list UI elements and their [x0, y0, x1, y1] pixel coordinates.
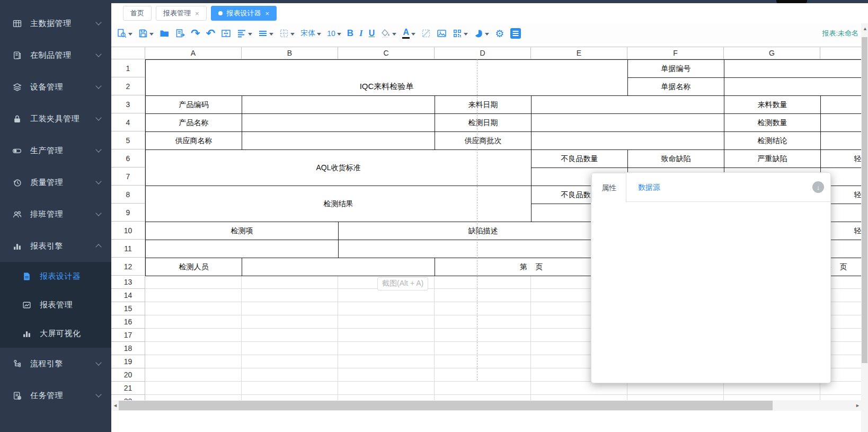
- align-button[interactable]: [236, 25, 253, 41]
- cell-bg[interactable]: [338, 355, 435, 368]
- cell-bg[interactable]: [338, 302, 435, 315]
- sidebar-item-production[interactable]: 生产管理: [0, 135, 111, 166]
- cell-bg[interactable]: [242, 368, 338, 382]
- sidebar-item-tooling[interactable]: 工装夹具管理: [0, 103, 111, 135]
- row-header-13[interactable]: 13: [111, 276, 145, 289]
- cell-E5[interactable]: [531, 131, 724, 150]
- vertical-scrollbar[interactable]: ▲: [861, 23, 868, 432]
- col-header-E[interactable]: E: [531, 47, 627, 59]
- row-header-19[interactable]: 19: [111, 355, 145, 368]
- merge-cells-button[interactable]: [220, 25, 232, 41]
- cell-D3[interactable]: 来料日期: [435, 95, 532, 114]
- panel-toggle-button[interactable]: [509, 25, 522, 41]
- page-tab-0[interactable]: 首页: [123, 6, 152, 21]
- undo-button[interactable]: ↶: [206, 25, 216, 41]
- cell-bg[interactable]: [242, 342, 338, 355]
- sidebar-item-equipment[interactable]: 设备管理: [0, 71, 111, 103]
- row-header-8[interactable]: 8: [111, 186, 145, 204]
- cell-bg[interactable]: [627, 382, 724, 395]
- sidebar-item-dashboard[interactable]: 大屏可视化: [0, 319, 111, 348]
- col-header-A[interactable]: A: [145, 47, 242, 59]
- sidebar-item-quality[interactable]: 质量管理: [0, 166, 111, 198]
- cell-A4[interactable]: 产品名称: [145, 113, 242, 132]
- cell-C11[interactable]: [338, 240, 628, 258]
- cell-H4[interactable]: [820, 113, 862, 132]
- row-header-3[interactable]: 3: [111, 95, 145, 113]
- col-header-F[interactable]: F: [627, 47, 724, 59]
- diagonal-cell-button[interactable]: [421, 25, 431, 41]
- row-header-16[interactable]: 16: [111, 315, 145, 329]
- cell-G4[interactable]: 检测数量: [724, 113, 821, 132]
- cell-F1[interactable]: 单据编号: [627, 59, 724, 78]
- cell-E6[interactable]: 不良品数量: [531, 149, 628, 168]
- cell-A8[interactable]: 检测结果: [145, 186, 532, 222]
- sheet-corner[interactable]: [111, 47, 145, 59]
- cell-bg[interactable]: [435, 382, 531, 395]
- underline-button[interactable]: U: [368, 25, 376, 41]
- cell-bg[interactable]: [145, 315, 242, 329]
- cell-bg[interactable]: [435, 342, 531, 355]
- cell-F6[interactable]: 致命缺陷: [627, 149, 724, 168]
- close-icon[interactable]: ×: [195, 10, 199, 17]
- sidebar-item-scheduling[interactable]: 排班管理: [0, 198, 111, 230]
- page-tab-2[interactable]: 报表设计器×: [211, 6, 277, 21]
- horizontal-scrollbar[interactable]: ◄ ►: [111, 400, 862, 411]
- cell-G5[interactable]: 检测结论: [724, 131, 821, 150]
- cell-bg[interactable]: [338, 315, 435, 329]
- cell-A5[interactable]: 供应商名称: [145, 131, 242, 150]
- row-header-18[interactable]: 18: [111, 342, 145, 355]
- cell-bg[interactable]: [338, 342, 435, 355]
- sidebar-item-master-data[interactable]: 主数据管理: [0, 7, 111, 39]
- row-header-6[interactable]: 6: [111, 149, 145, 167]
- preview-button[interactable]: [117, 25, 133, 41]
- cell-G2[interactable]: [724, 77, 862, 96]
- cell-B5[interactable]: [242, 131, 435, 150]
- cell-bg[interactable]: [435, 355, 531, 368]
- cell-bg[interactable]: [145, 329, 242, 342]
- cell-bg[interactable]: [145, 355, 242, 368]
- row-header-12[interactable]: 12: [111, 258, 145, 276]
- sidebar-item-report-engine[interactable]: 报表引擎: [0, 230, 111, 262]
- cell-E3[interactable]: [531, 95, 724, 114]
- row-header-7[interactable]: 7: [111, 167, 145, 186]
- cell-A1[interactable]: IQC来料检验单: [145, 59, 628, 96]
- row-header-10[interactable]: 10: [111, 222, 145, 240]
- cell-A6[interactable]: AQL收货标准: [145, 149, 532, 186]
- chart-button[interactable]: [473, 25, 490, 41]
- save-button[interactable]: [138, 25, 154, 41]
- cell-G3[interactable]: 来料数量: [724, 95, 821, 114]
- italic-button[interactable]: I: [359, 25, 364, 41]
- cell-B4[interactable]: [242, 113, 435, 132]
- cell-bg[interactable]: [145, 382, 242, 395]
- redo-button[interactable]: ↷: [190, 25, 201, 41]
- row-header-9[interactable]: 9: [111, 204, 145, 222]
- panel-collapse-button[interactable]: ↓: [812, 181, 824, 193]
- row-header-15[interactable]: 15: [111, 302, 145, 315]
- insert-image-button[interactable]: [436, 25, 447, 41]
- cell-G1[interactable]: [724, 59, 862, 78]
- open-button[interactable]: [159, 25, 170, 41]
- cell-bg[interactable]: [435, 315, 531, 329]
- qrcode-button[interactable]: [452, 25, 468, 41]
- cell-A10[interactable]: 检测项: [145, 222, 339, 240]
- cell-bg[interactable]: [242, 315, 338, 329]
- cell-H5[interactable]: [820, 131, 862, 150]
- cell-F2[interactable]: 单据名称: [627, 77, 724, 96]
- cell-B3[interactable]: [242, 95, 435, 114]
- cell-bg[interactable]: [145, 342, 242, 355]
- cell-bg[interactable]: [435, 276, 531, 289]
- font-size-select[interactable]: 10: [326, 25, 342, 41]
- font-color-button[interactable]: A: [402, 25, 416, 41]
- bold-button[interactable]: B: [347, 25, 354, 41]
- cell-bg[interactable]: [338, 289, 435, 302]
- fill-color-button[interactable]: [380, 25, 397, 41]
- row-header-14[interactable]: 14: [111, 289, 145, 302]
- row-header-11[interactable]: 11: [111, 240, 145, 258]
- sidebar-item-task[interactable]: 任务管理: [0, 380, 111, 411]
- horizontal-scroll-thumb[interactable]: [119, 401, 773, 410]
- row-header-17[interactable]: 17: [111, 329, 145, 342]
- cell-bg[interactable]: [820, 382, 862, 395]
- col-header-D[interactable]: D: [435, 47, 531, 59]
- cell-bg[interactable]: [435, 368, 531, 382]
- scroll-up-icon[interactable]: ▲: [863, 27, 867, 31]
